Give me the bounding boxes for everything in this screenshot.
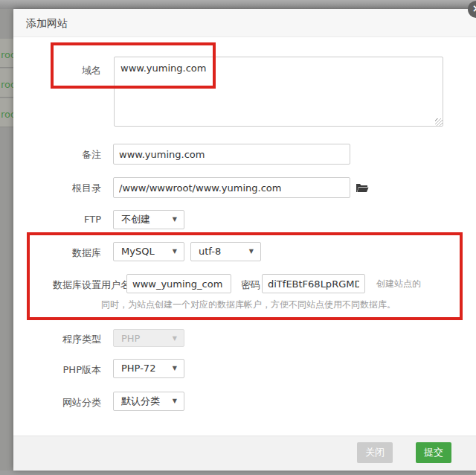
chevron-down-icon: ▼ — [173, 392, 177, 410]
database-charset-select[interactable]: utf-8 ▼ — [190, 242, 261, 261]
db-helper-text-line1: 创建站点的 — [376, 278, 421, 290]
close-button[interactable]: 关闭 — [357, 442, 393, 463]
table-row: roo — [0, 39, 13, 68]
domain-label: 域名 — [27, 64, 101, 77]
site-category-value: 默认分类 — [121, 395, 160, 407]
chevron-down-icon: ▼ — [173, 360, 177, 377]
php-version-value: PHP-72 — [121, 363, 155, 374]
table-row: roo — [0, 68, 13, 98]
php-version-select[interactable]: PHP-72 ▼ — [113, 359, 184, 378]
table-row-label: roo — [1, 79, 13, 90]
chevron-down-icon: ▼ — [173, 211, 177, 229]
ftp-select-value: 不创建 — [121, 214, 150, 225]
resize-handle-icon[interactable] — [435, 118, 443, 126]
database-engine-value: MySQL — [121, 246, 155, 257]
add-site-modal: 添加网站 × 域名 www.yuming.com 备注 根目录 FTP 不创建 … — [13, 9, 476, 471]
app-type-value: PHP — [121, 333, 140, 344]
db-username-input[interactable] — [126, 274, 231, 293]
note-label: 备注 — [27, 148, 101, 162]
database-charset-value: utf-8 — [199, 246, 221, 257]
site-category-select[interactable]: 默认分类 ▼ — [113, 392, 184, 411]
chevron-down-icon: ▼ — [249, 243, 254, 261]
chevron-down-icon: ▼ — [173, 243, 177, 261]
background-table-strip: roo roo roo — [0, 9, 13, 471]
root-dir-label: 根目录 — [27, 182, 101, 195]
database-label: 数据库 — [27, 246, 101, 260]
db-password-input[interactable] — [262, 274, 365, 293]
domain-textarea[interactable]: www.yuming.com — [114, 57, 443, 127]
table-row: roo — [0, 98, 13, 127]
background-topbar — [0, 0, 476, 9]
modal-header: 添加网站 — [13, 9, 476, 37]
modal-footer: 关闭 提交 — [13, 436, 476, 471]
db-settings-label: 数据库设置 — [27, 278, 101, 292]
db-helper-text-line2: 同时，为站点创建一个对应的数据库帐户，方便不同站点使用不同数据库。 — [101, 299, 396, 311]
site-category-label: 网站分类 — [27, 396, 101, 409]
note-input[interactable] — [113, 144, 350, 165]
database-engine-select[interactable]: MySQL ▼ — [113, 242, 184, 261]
chevron-down-icon: ▼ — [173, 330, 177, 348]
background-bottom-strip — [0, 471, 476, 475]
ftp-label: FTP — [27, 214, 101, 225]
table-row-label: roo — [1, 49, 13, 60]
app-type-label: 程序类型 — [27, 333, 101, 346]
submit-button[interactable]: 提交 — [416, 442, 451, 463]
add-site-page: roo roo roo 添加网站 × 域名 www.yuming.com 备注 … — [0, 0, 476, 475]
table-row-label: roo — [1, 109, 13, 120]
folder-open-icon[interactable] — [356, 182, 369, 194]
db-password-label: 密码 — [241, 278, 260, 292]
ftp-select[interactable]: 不创建 ▼ — [113, 210, 184, 229]
php-version-label: PHP版本 — [27, 363, 101, 377]
root-dir-input[interactable] — [113, 177, 350, 198]
modal-title: 添加网站 — [26, 17, 68, 31]
app-type-select: PHP ▼ — [113, 329, 184, 347]
